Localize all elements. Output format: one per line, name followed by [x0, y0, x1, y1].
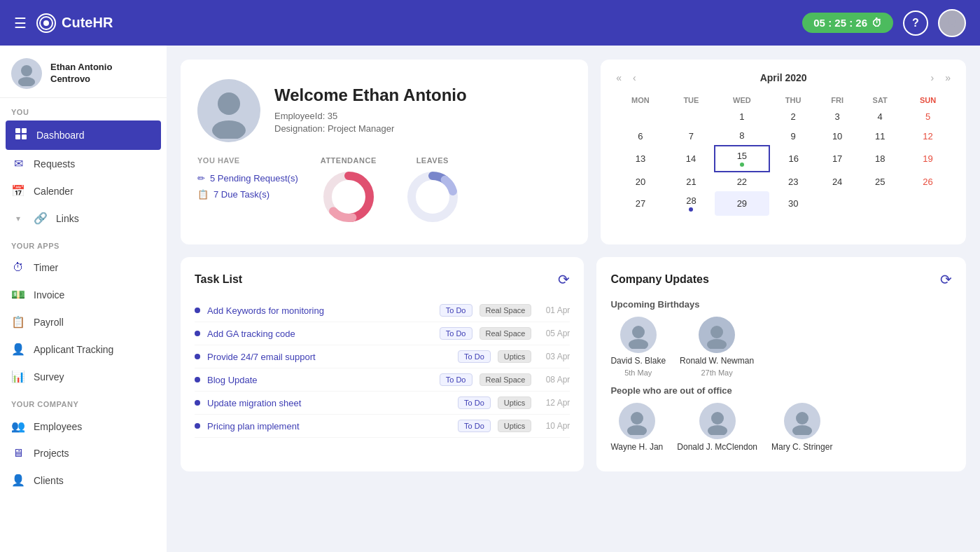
task-dot	[195, 308, 200, 313]
cal-day-cell[interactable]: 5	[903, 107, 953, 126]
cal-day-cell[interactable]: 19	[903, 146, 953, 172]
due-tasks-text: 7 Due Task(s)	[214, 189, 270, 200]
cal-day-cell[interactable]: 28	[668, 191, 715, 216]
cal-day-cell[interactable]: 25	[857, 172, 903, 191]
cal-day-cell[interactable]: 26	[903, 172, 953, 191]
cal-nav-next[interactable]: ›	[928, 71, 937, 85]
task-name[interactable]: Update migration sheet	[207, 398, 451, 408]
cal-day-cell[interactable]: 16	[769, 146, 818, 172]
due-tasks-link[interactable]: 📋 7 Due Task(s)	[197, 189, 298, 200]
sidebar-item-clients[interactable]: 👤 Clients	[0, 467, 167, 494]
task-name[interactable]: Pricing plan implement	[207, 421, 451, 432]
sidebar-item-links[interactable]: ▾ 🔗 Links	[0, 205, 167, 232]
task-dot	[195, 354, 200, 359]
sidebar-item-survey[interactable]: 📊 Survey	[0, 363, 167, 390]
task-date: 12 Apr	[538, 398, 570, 408]
timer-badge[interactable]: 05 : 25 : 26 ⏱	[802, 13, 893, 33]
cal-day-cell[interactable]: 24	[818, 172, 858, 191]
cal-day-cell[interactable]: 7	[668, 126, 715, 146]
task-name[interactable]: Add GA tracking code	[207, 329, 433, 339]
cal-day-cell[interactable]: 22	[715, 172, 769, 191]
welcome-heading: Welcome Ethan Antonio	[274, 85, 467, 105]
sidebar-item-applicant-tracking[interactable]: 👤 Applicant Tracking	[0, 336, 167, 363]
help-button[interactable]: ?	[903, 11, 928, 36]
out-of-office-avatar	[784, 403, 820, 439]
cal-day-cell[interactable]: 11	[857, 126, 903, 146]
cal-day-cell[interactable]: 17	[818, 146, 858, 172]
timer-icon: ⏱	[872, 17, 882, 29]
main-layout: Ethan AntonioCentrovo You Dashboard ✉ Re…	[0, 46, 980, 552]
logo: CuteHR	[36, 13, 113, 33]
cal-day-cell[interactable]: 29	[715, 191, 769, 216]
calendar-title: April 2020	[645, 72, 923, 83]
svg-point-2	[948, 17, 956, 25]
cal-day-cell[interactable]: 15	[715, 146, 769, 172]
cal-day-cell[interactable]: 18	[857, 146, 903, 172]
svg-point-5	[18, 77, 35, 86]
topnav: ☰ CuteHR 05 : 25 : 26 ⏱ ?	[0, 0, 980, 46]
task-dot	[195, 400, 200, 406]
company-card: Company Updates ⟳ Upcoming Birthdays Dav…	[596, 257, 966, 471]
sidebar-item-projects[interactable]: 🖥 Projects	[0, 440, 167, 467]
cal-day-cell[interactable]	[903, 191, 953, 216]
cal-nav-next-next[interactable]: »	[942, 71, 953, 85]
task-status-badge: To Do	[440, 304, 472, 317]
cal-day-cell[interactable]: 14	[668, 146, 715, 172]
cal-day-cell[interactable]	[818, 191, 858, 216]
cal-nav-prev-prev[interactable]: «	[613, 71, 624, 85]
sidebar-item-employees[interactable]: 👥 Employees	[0, 413, 167, 440]
cal-day-cell[interactable]: 20	[613, 172, 667, 191]
cal-day-sun: SUN	[903, 93, 953, 107]
cal-day-wed: WED	[715, 93, 769, 107]
cal-day-cell[interactable]: 23	[769, 172, 818, 191]
cal-day-cell[interactable]	[613, 107, 667, 126]
task-date: 08 Apr	[538, 375, 570, 385]
hamburger-icon[interactable]: ☰	[14, 15, 27, 32]
sidebar-item-payroll[interactable]: 📋 Payroll	[0, 308, 167, 336]
sidebar-item-calender[interactable]: 📅 Calender	[0, 177, 167, 205]
cal-day-cell[interactable]: 13	[613, 146, 667, 172]
requests-icon: ✉	[11, 157, 25, 170]
cal-day-cell[interactable]: 2	[769, 107, 818, 126]
task-name[interactable]: Add Keywords for monitoring	[207, 305, 433, 316]
cal-day-cell[interactable]: 27	[613, 191, 667, 216]
svg-rect-7	[22, 128, 27, 133]
cal-day-cell[interactable]	[857, 191, 903, 216]
cal-day-cell[interactable]: 4	[857, 107, 903, 126]
svg-point-19	[632, 326, 645, 338]
attendance-label: ATTENDANCE	[321, 156, 377, 165]
calender-label: Calender	[34, 186, 74, 197]
cal-day-cell[interactable]: 1	[715, 107, 769, 126]
task-status-badge: To Do	[440, 327, 472, 340]
cal-day-cell[interactable]: 10	[818, 126, 858, 146]
cal-day-cell[interactable]: 9	[769, 126, 818, 146]
task-card-icon[interactable]: ⟳	[558, 271, 570, 288]
topnav-left: ☰ CuteHR	[14, 13, 113, 33]
cal-nav-prev[interactable]: ‹	[630, 71, 639, 85]
company-card-icon[interactable]: ⟳	[940, 271, 952, 288]
sidebar-username: Ethan AntonioCentrovo	[50, 62, 112, 85]
task-name[interactable]: Blog Update	[207, 375, 433, 385]
dashboard-label: Dashboard	[36, 130, 85, 141]
task-name[interactable]: Provide 24/7 email support	[207, 352, 451, 362]
task-company-badge: Real Space	[479, 327, 532, 340]
cal-day-cell[interactable]: 12	[903, 126, 953, 146]
user-avatar-top[interactable]	[938, 9, 966, 37]
sidebar-item-dashboard[interactable]: Dashboard	[6, 120, 161, 150]
welcome-inner: Welcome Ethan Antonio EmployeeId: 35 Des…	[197, 79, 571, 142]
cal-day-cell[interactable]: 8	[715, 126, 769, 146]
sidebar-item-invoice[interactable]: 💵 Invoice	[0, 281, 167, 308]
sidebar-item-requests[interactable]: ✉ Requests	[0, 150, 167, 177]
cal-day-cell[interactable]: 30	[769, 191, 818, 216]
cal-day-cell[interactable]: 3	[818, 107, 858, 126]
out-of-office-person: Mary C. Stringer	[771, 403, 832, 452]
task-date: 10 Apr	[538, 421, 570, 431]
cal-day-cell[interactable]: 6	[613, 126, 667, 146]
pending-requests-link[interactable]: ✏ 5 Pending Request(s)	[197, 173, 298, 184]
cal-day-cell[interactable]	[668, 107, 715, 126]
cal-day-thu: THU	[769, 93, 818, 107]
sidebar-item-timer[interactable]: ⏱ Timer	[0, 254, 167, 281]
cal-day-cell[interactable]: 21	[668, 172, 715, 191]
pending-requests-text: 5 Pending Request(s)	[210, 173, 298, 184]
task-row: Add Keywords for monitoring To Do Real S…	[195, 299, 570, 322]
